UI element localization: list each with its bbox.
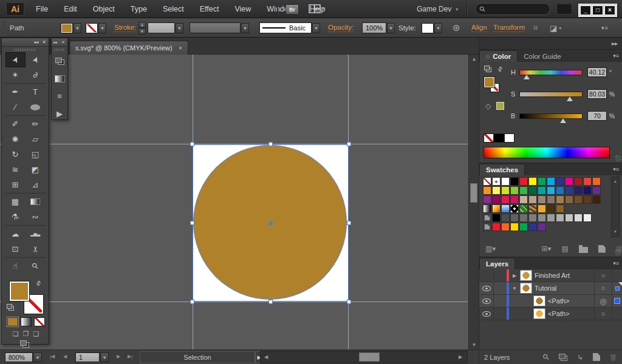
target-icon[interactable]: ◎ <box>594 295 612 307</box>
menu-effect[interactable]: Effect <box>192 5 227 13</box>
style-arrow[interactable]: ▼ <box>434 23 442 33</box>
selection-handle-s[interactable] <box>268 300 273 304</box>
swatch[interactable] <box>492 186 501 195</box>
scroll-right-icon[interactable]: ▶ <box>456 352 465 362</box>
opacity-arrow[interactable]: ▼ <box>387 23 395 33</box>
layer-name[interactable]: <Path> <box>548 310 569 317</box>
swap-fill-stroke-icon[interactable]: ⇄ <box>34 279 43 288</box>
artboard-dropdown-arrow[interactable]: ▼ <box>100 352 109 362</box>
new-swatch-icon[interactable] <box>598 245 606 253</box>
swatch[interactable] <box>556 214 564 222</box>
swatch[interactable] <box>528 223 537 231</box>
tool-free-transform[interactable]: ◩ <box>26 162 46 177</box>
swatches-scrollbar[interactable]: ▲ ▼ <box>611 177 620 237</box>
selection-handle-n[interactable] <box>268 142 273 146</box>
first-artboard-button[interactable]: |◀ <box>50 354 55 359</box>
zoom-level-field[interactable]: 800% <box>5 352 33 362</box>
black-swatch[interactable] <box>494 133 504 143</box>
swatch[interactable] <box>583 214 592 222</box>
out-of-gamut-cube-icon[interactable]: ◇ <box>485 102 491 110</box>
collapse-panel-icon[interactable]: ◂◂ <box>33 39 38 45</box>
tool-type[interactable]: T <box>26 84 46 99</box>
stroke-panel-icon[interactable]: ≡ <box>52 87 67 105</box>
expand-panel-icon[interactable]: ▸▸ <box>53 40 58 45</box>
menu-view[interactable]: View <box>227 5 259 13</box>
draw-normal-icon[interactable]: ❏ <box>13 330 19 338</box>
scroll-up-icon[interactable]: ▲ <box>612 177 619 186</box>
layer-thumbnail[interactable] <box>520 270 532 281</box>
saturation-value[interactable]: 80.03 <box>587 89 607 99</box>
lock-toggle[interactable] <box>494 282 507 294</box>
bridge-button[interactable]: Br <box>285 4 299 15</box>
tab-swatches[interactable]: Swatches <box>479 164 525 175</box>
swatch[interactable] <box>538 223 546 231</box>
hue-value[interactable]: 40.12 <box>587 67 607 77</box>
swatch[interactable] <box>519 195 528 204</box>
selection-indicator[interactable] <box>612 308 622 320</box>
selection-handle-ne[interactable] <box>347 142 351 146</box>
swatch[interactable] <box>583 186 592 195</box>
visibility-toggle[interactable] <box>479 295 494 307</box>
brightness-slider-handle[interactable] <box>560 118 566 123</box>
arrange-documents-button[interactable]: ▾ <box>309 4 325 13</box>
layer-name[interactable]: <Path> <box>548 297 569 305</box>
swatch[interactable] <box>592 177 601 186</box>
swatch[interactable] <box>501 186 510 195</box>
document-tab[interactable]: s.svg* @ 800% (CMYK/Preview) × <box>69 41 188 55</box>
horizontal-scrollbar[interactable]: ◀ ▶ <box>260 351 468 363</box>
swatch[interactable] <box>483 195 491 204</box>
minimize-button[interactable]: _ <box>580 5 591 15</box>
new-color-group-icon[interactable] <box>579 247 588 253</box>
layer-row[interactable]: <Path>◎ <box>479 295 622 308</box>
swatch[interactable] <box>510 195 519 204</box>
mini-panel-header[interactable]: ▸▸✕ <box>52 38 67 47</box>
swatch[interactable] <box>547 177 555 186</box>
lock-toggle[interactable] <box>494 269 507 281</box>
saturation-slider[interactable] <box>519 92 583 97</box>
gradient-button[interactable] <box>21 317 32 326</box>
panel-menu-icon[interactable]: ▾≡ <box>601 25 609 31</box>
delete-layer-icon[interactable] <box>610 354 617 361</box>
swatch-options-icon[interactable]: ▤ <box>561 244 568 253</box>
draw-inside-icon[interactable]: ❑ <box>33 330 39 338</box>
lock-toggle[interactable] <box>494 308 507 320</box>
target-icon[interactable]: ○ <box>594 308 612 320</box>
align-link[interactable]: Align <box>471 24 487 32</box>
swatch-group-folder[interactable] <box>483 214 491 222</box>
make-clipping-mask-icon[interactable] <box>559 354 566 359</box>
fill-proxy-swatch[interactable] <box>9 281 30 302</box>
menu-edit[interactable]: Edit <box>56 5 85 13</box>
workspace-switcher[interactable]: Game Dev ▾ <box>417 5 458 13</box>
swatch[interactable] <box>492 223 501 231</box>
expand-triangle-icon[interactable]: ▶ <box>511 273 518 278</box>
tool-eyedropper[interactable]: ⚗ <box>5 209 26 224</box>
tool-zoom[interactable]: ⚲ <box>26 258 46 274</box>
width-profile-dropdown[interactable] <box>190 22 241 33</box>
layer-thumbnail[interactable] <box>520 283 532 294</box>
panel-resize-grip[interactable] <box>615 249 621 255</box>
stroke-weight-stepper[interactable]: ▲▼ <box>138 22 146 35</box>
tool-lasso[interactable]: ∂ <box>26 67 46 83</box>
stroke-dropdown-arrow[interactable]: ▼ <box>98 23 106 33</box>
menu-select[interactable]: Select <box>155 5 192 13</box>
white-swatch[interactable] <box>504 133 514 143</box>
tool-symbol-sprayer[interactable]: ☁ <box>5 226 26 241</box>
selection-handle-e[interactable] <box>347 221 351 225</box>
swatch[interactable] <box>547 204 555 213</box>
close-tab-icon[interactable]: × <box>179 44 182 52</box>
swatch[interactable] <box>565 195 573 204</box>
new-sublayer-icon[interactable]: ↳ <box>577 353 583 362</box>
tool-gradient[interactable] <box>26 194 46 209</box>
tool-line-segment[interactable]: ∕ <box>5 99 26 115</box>
gradient-panel-icon[interactable] <box>52 70 67 87</box>
default-fill-stroke-icon[interactable] <box>484 66 490 70</box>
swatch-registration[interactable]: ⌖ <box>492 177 501 186</box>
tab-layers[interactable]: Layers <box>479 258 515 269</box>
color-button[interactable] <box>7 317 18 326</box>
panel-resize-grip[interactable] <box>615 155 621 161</box>
gamut-color-swatch[interactable] <box>496 102 504 110</box>
layer-name[interactable]: Finished Art <box>535 272 570 279</box>
swatch[interactable] <box>547 214 555 222</box>
swatch[interactable] <box>538 186 546 195</box>
swatch[interactable] <box>556 195 564 204</box>
